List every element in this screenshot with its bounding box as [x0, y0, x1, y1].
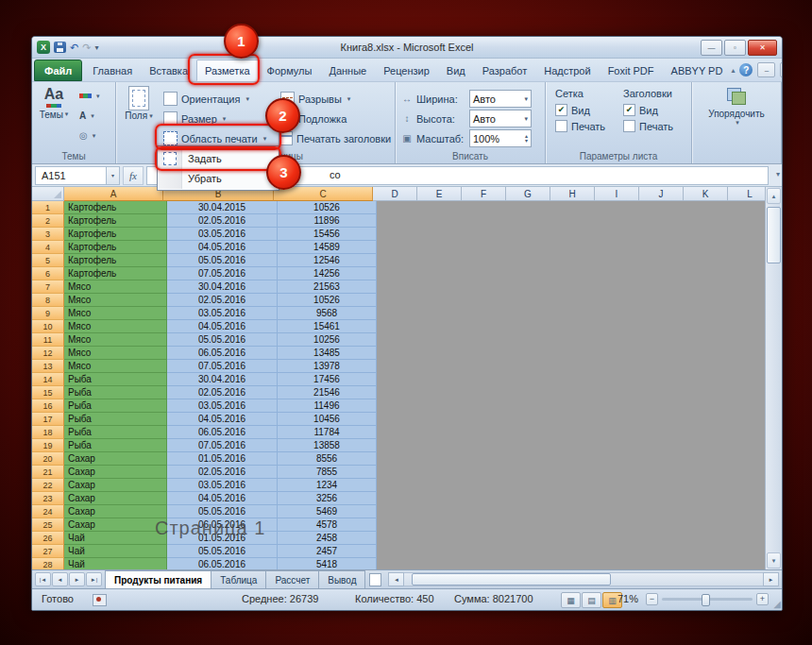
- cell-value[interactable]: 10526: [278, 294, 377, 307]
- cell-date[interactable]: 03.05.2016: [167, 228, 278, 241]
- row-header-1[interactable]: 1: [32, 201, 64, 214]
- cell-date[interactable]: 07.05.2016: [167, 439, 278, 452]
- cell-product[interactable]: Сахар: [64, 479, 167, 492]
- cell-product[interactable]: Рыба: [64, 439, 167, 452]
- sheet-tab-0[interactable]: Продукты питания: [105, 570, 211, 588]
- cell-value[interactable]: 10256: [278, 333, 377, 347]
- row-header-12[interactable]: 12: [32, 347, 64, 360]
- cell-date[interactable]: 06.05.2016: [167, 558, 278, 569]
- row-header-13[interactable]: 13: [32, 360, 64, 373]
- row-header-23[interactable]: 23: [32, 492, 64, 505]
- row-header-19[interactable]: 19: [32, 439, 64, 452]
- cell-product[interactable]: Рыба: [64, 426, 167, 439]
- cell-value[interactable]: 14256: [278, 267, 377, 280]
- column-header-F[interactable]: F: [462, 187, 506, 201]
- cell-date[interactable]: 02.05.2016: [167, 466, 278, 479]
- ribbon-tab-10[interactable]: Foxit PDF: [600, 59, 663, 81]
- sheet-tab-2[interactable]: Рассчет: [265, 570, 319, 588]
- sheet-tab-3[interactable]: Вывод: [318, 570, 365, 588]
- vertical-scroll-track[interactable]: [766, 205, 782, 552]
- cell-value[interactable]: 1234: [278, 479, 377, 492]
- row-header-8[interactable]: 8: [32, 294, 64, 307]
- cell-date[interactable]: 30.04.2015: [167, 201, 278, 214]
- cell-value[interactable]: 17456: [278, 373, 377, 386]
- column-header-C[interactable]: C: [274, 187, 373, 201]
- cell-product[interactable]: Сахар: [64, 452, 167, 466]
- name-box[interactable]: A151: [35, 166, 107, 185]
- insert-sheet-button[interactable]: [364, 570, 385, 588]
- cell-date[interactable]: 05.05.2016: [167, 254, 278, 267]
- next-sheet-icon[interactable]: ►: [69, 572, 85, 586]
- cell-date[interactable]: 04.05.2016: [167, 413, 278, 426]
- row-header-28[interactable]: 28: [32, 558, 64, 569]
- column-header-K[interactable]: K: [684, 187, 728, 201]
- cell-date[interactable]: 03.05.2016: [167, 479, 278, 492]
- qat-dropdown-icon[interactable]: ▾: [94, 43, 98, 52]
- cell-date[interactable]: 03.05.2016: [167, 399, 278, 413]
- vertical-scrollbar[interactable]: ▲ ▼: [765, 187, 782, 569]
- headings-view-checkbox[interactable]: ✔: [623, 104, 635, 116]
- cell-value[interactable]: 15461: [278, 320, 377, 333]
- orientation-button[interactable]: Ориентация▾: [160, 89, 253, 109]
- ribbon-tab-9[interactable]: Надстрой: [535, 59, 599, 81]
- scroll-up-icon[interactable]: ▲: [767, 188, 781, 204]
- cell-date[interactable]: 07.05.2016: [167, 360, 278, 373]
- row-header-9[interactable]: 9: [32, 307, 64, 320]
- cell-date[interactable]: 02.05.2016: [167, 386, 278, 399]
- zoom-track[interactable]: [662, 598, 753, 601]
- gridlines-view-checkbox[interactable]: ✔: [555, 104, 567, 116]
- cell-value[interactable]: 21546: [278, 386, 377, 399]
- scroll-left-icon[interactable]: ◄: [388, 572, 404, 586]
- cell-value[interactable]: 3256: [278, 492, 377, 505]
- cell-product[interactable]: Сахар: [64, 492, 167, 505]
- cell-product[interactable]: Сахар: [64, 466, 167, 479]
- row-header-11[interactable]: 11: [32, 333, 64, 347]
- row-header-2[interactable]: 2: [32, 214, 64, 228]
- row-header-15[interactable]: 15: [32, 386, 64, 399]
- cell-value[interactable]: 12546: [278, 254, 377, 267]
- headings-print-checkbox[interactable]: [623, 120, 635, 132]
- expand-formula-bar-icon[interactable]: ▾: [776, 170, 780, 178]
- cell-value[interactable]: 15456: [278, 228, 377, 241]
- row-header-4[interactable]: 4: [32, 241, 64, 254]
- row-header-6[interactable]: 6: [32, 267, 64, 280]
- prev-sheet-icon[interactable]: ◄: [52, 572, 68, 586]
- cell-date[interactable]: 05.05.2016: [167, 505, 278, 518]
- row-header-10[interactable]: 10: [32, 320, 64, 333]
- cell-value[interactable]: 14589: [278, 241, 377, 254]
- arrange-button[interactable]: Упорядочить ▾: [703, 88, 770, 148]
- row-header-22[interactable]: 22: [32, 479, 64, 492]
- cell-product[interactable]: Чай: [64, 545, 167, 558]
- save-icon[interactable]: [54, 42, 66, 53]
- cell-value[interactable]: 11784: [278, 426, 377, 439]
- cell-date[interactable]: 30.04.2016: [167, 373, 278, 386]
- cell-value[interactable]: 11896: [278, 214, 377, 228]
- row-header-25[interactable]: 25: [32, 518, 64, 532]
- cell-product[interactable]: Мясо: [64, 333, 167, 347]
- cell-product[interactable]: Рыба: [64, 399, 167, 413]
- cell-date[interactable]: 04.05.2016: [167, 320, 278, 333]
- cell-date[interactable]: 01.05.2016: [167, 452, 278, 466]
- ribbon-tab-1[interactable]: Главная: [84, 59, 141, 81]
- cell-product[interactable]: Мясо: [64, 360, 167, 373]
- row-header-26[interactable]: 26: [32, 532, 64, 545]
- margins-button[interactable]: Поля▾: [121, 86, 157, 143]
- workbook-minimize-icon[interactable]: –: [757, 62, 775, 77]
- horizontal-scroll-thumb[interactable]: [412, 573, 611, 586]
- minimize-ribbon-icon[interactable]: ▴: [731, 66, 735, 75]
- scale-input[interactable]: 100%▴▾: [469, 129, 532, 147]
- cell-value[interactable]: 2458: [278, 532, 377, 545]
- cell-product[interactable]: Мясо: [64, 320, 167, 333]
- cell-value[interactable]: 13485: [278, 347, 377, 360]
- cell-product[interactable]: Мясо: [64, 347, 167, 360]
- ribbon-tab-5[interactable]: Данные: [320, 59, 375, 81]
- ribbon-tab-8[interactable]: Разработ: [474, 59, 535, 81]
- cell-date[interactable]: 06.05.2016: [167, 347, 278, 360]
- ribbon-tab-7[interactable]: Вид: [438, 59, 474, 81]
- horizontal-scrollbar[interactable]: ◄ ►: [388, 572, 779, 586]
- cell-date[interactable]: 04.05.2016: [167, 241, 278, 254]
- row-header-20[interactable]: 20: [32, 452, 64, 466]
- column-header-H[interactable]: H: [550, 187, 595, 201]
- cell-product[interactable]: Чай: [64, 558, 167, 569]
- column-header-D[interactable]: D: [373, 187, 417, 201]
